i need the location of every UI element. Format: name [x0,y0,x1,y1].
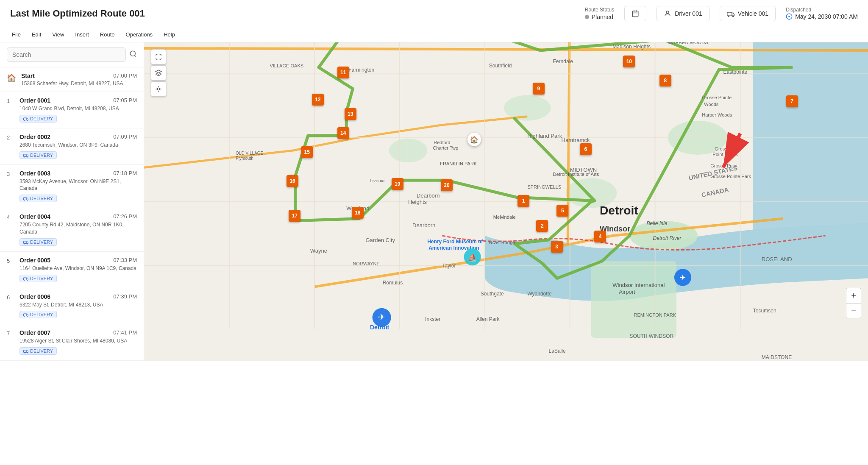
menu-file[interactable]: File [7,30,26,39]
svg-text:Southgate: Southgate [481,291,504,297]
calendar-button[interactable] [624,6,646,21]
main-content: 🏠 Start 07:00 PM 15368 Schaefer Hwy, Det… [0,42,868,361]
svg-text:Hamtramck: Hamtramck [562,137,590,143]
svg-text:Redford: Redford [434,140,450,145]
fullscreen-button[interactable] [151,49,166,64]
search-input[interactable] [7,47,126,62]
svg-rect-11 [24,118,27,120]
stop-content: Order 0004 07:26 PM 7205 County Rd 42, M… [19,213,137,246]
svg-rect-34 [753,42,868,265]
truck-small-icon [23,348,28,354]
layers-button[interactable] [151,65,166,81]
start-item[interactable]: 🏠 Start 07:00 PM 15368 Schaefer Hwy, Det… [0,67,144,92]
svg-point-31 [27,353,28,354]
start-content: Start 07:00 PM 15368 Schaefer Hwy, Detro… [21,72,137,86]
svg-text:REMINGTON PARK: REMINGTON PARK [634,312,676,317]
svg-text:River Rouge: River Rouge [489,240,515,245]
map-controls [151,49,166,97]
vehicle-button[interactable]: Vehicle 001 [720,6,776,21]
svg-text:Heights: Heights [408,199,427,205]
svg-text:Detroit Institute of Arts: Detroit Institute of Arts [553,172,599,177]
route-stop-item[interactable]: 3 Order 0003 07:18 PM 3593 McKay Avenue,… [0,165,144,209]
route-stop-item[interactable]: 1 Order 0001 07:05 PM 1040 W Grand Blvd,… [0,92,144,128]
menu-edit[interactable]: Edit [27,30,46,39]
stop-number: 6 [7,293,14,301]
svg-text:Woods: Woods [704,102,719,107]
delivery-badge: DELIVERY [19,238,57,246]
svg-text:Romulus: Romulus [383,280,403,286]
dispatched-value: May 24, 2030 07:00 AM [786,13,858,20]
svg-rect-0 [632,11,638,17]
stop-address: 7205 County Rd 42, Maidstone, ON N0R 1K0… [19,221,137,236]
map-container[interactable]: Detroit Windsor Windsor International Ai… [144,42,868,361]
dispatched-info: Dispatched May 24, 2030 07:00 AM [786,7,858,20]
sidebar: 🏠 Start 07:00 PM 15368 Schaefer Hwy, Det… [0,42,144,361]
stop-address: 1040 W Grand Blvd, Detroit, MI 48208, US… [19,105,137,112]
stop-content: Order 0001 07:05 PM 1040 W Grand Blvd, D… [19,97,137,123]
zoom-in-button[interactable]: + [846,288,861,303]
stop-content: Order 0003 07:18 PM 3593 McKay Avenue, W… [19,170,137,203]
truck-small-icon [23,239,28,245]
svg-text:Wayne: Wayne [310,248,327,254]
svg-point-4 [666,11,669,14]
stop-number: 5 [7,257,14,264]
svg-text:Plymouth: Plymouth [236,156,253,161]
svg-point-27 [24,316,25,317]
svg-text:Melvindale: Melvindale [493,214,516,220]
svg-rect-20 [24,241,27,244]
menu-insert[interactable]: Insert [70,30,94,39]
stop-name: Order 0006 [19,293,50,300]
svg-text:Highland Park: Highland Park [527,133,562,139]
stop-header: Order 0007 07:41 PM [19,329,137,336]
menu-operations[interactable]: Operations [121,30,158,39]
svg-text:Wyandotte: Wyandotte [527,291,552,297]
svg-rect-17 [24,198,27,200]
menu-view[interactable]: View [47,30,69,39]
stop-address: 3593 McKay Avenue, Windsor, ON N9E 2S1, … [19,178,137,192]
calendar-icon [632,10,639,17]
route-stop-item[interactable]: 4 Order 0004 07:26 PM 7205 County Rd 42,… [0,208,144,252]
stop-name: Order 0005 [19,257,50,264]
svg-text:Madison Heights: Madison Heights [612,44,651,50]
svg-rect-5 [727,12,732,16]
svg-rect-29 [24,350,27,353]
svg-text:Detroit: Detroit [600,204,638,217]
route-stop-item[interactable]: 2 Order 0002 07:09 PM 2680 Tecumseh, Win… [0,128,144,165]
search-bar [0,42,144,67]
menu-route[interactable]: Route [95,30,120,39]
svg-rect-40 [591,261,676,338]
svg-text:MAIDSTONE: MAIDSTONE [762,354,792,360]
svg-text:SOUTH WINDSOR: SOUTH WINDSOR [629,333,673,339]
location-button[interactable] [151,81,166,97]
start-name: Start [21,72,35,79]
svg-text:Detroit: Detroit [370,324,389,331]
truck-small-icon [23,196,28,201]
svg-point-19 [27,200,28,201]
menu-help[interactable]: Help [159,30,180,39]
stop-name: Order 0003 [19,170,50,177]
search-icon[interactable] [129,50,137,59]
svg-point-25 [27,280,28,281]
svg-text:OLD VILLAGE: OLD VILLAGE [236,151,264,156]
zoom-out-button[interactable]: − [846,303,861,318]
stop-number: 7 [7,329,14,337]
stop-time: 07:09 PM [113,134,137,140]
route-stop-item[interactable]: 6 Order 0006 07:39 PM 6322 May St, Detro… [0,288,144,325]
svg-point-24 [24,280,25,281]
svg-text:Ferndale: Ferndale [553,58,573,64]
route-stop-item[interactable]: 7 Order 0007 07:41 PM 19528 Alger St, St… [0,324,144,361]
stop-header: Order 0005 07:33 PM [19,257,137,264]
delivery-badge: DELIVERY [19,311,57,318]
stop-address: 19528 Alger St, St Clair Shores, MI 4808… [19,337,137,345]
svg-text:ROSELAND: ROSELAND [762,256,792,262]
svg-text:Farmington: Farmington [348,67,374,73]
stop-time: 07:18 PM [113,170,137,176]
stop-number: 2 [7,134,14,141]
svg-text:Henry Ford Museum of: Henry Ford Museum of [427,239,483,245]
route-stop-item[interactable]: 5 Order 0005 07:33 PM 1164 Ouellette Ave… [0,252,144,288]
stop-number: 3 [7,170,14,177]
driver-button[interactable]: Driver 001 [657,6,709,21]
stop-address: 2680 Tecumseh, Windsor, ON 3P9, Canada [19,142,137,149]
zoom-controls: + − [846,288,861,318]
truck-small-icon [23,276,28,281]
